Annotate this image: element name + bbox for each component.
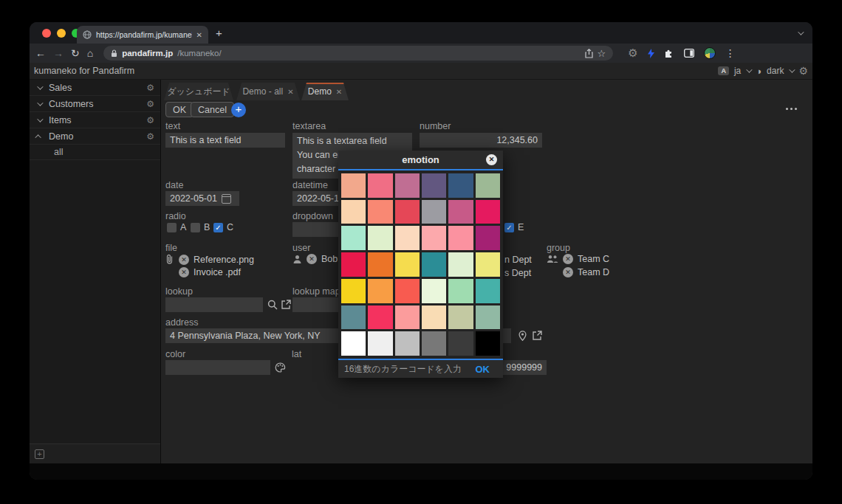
- sidebar-subitem-all[interactable]: all: [30, 145, 160, 160]
- color-swatch[interactable]: [422, 200, 446, 224]
- lightning-bolt-extension-icon[interactable]: [648, 49, 654, 58]
- radio-option-c-checkbox[interactable]: ✓: [213, 223, 223, 232]
- color-swatch[interactable]: [368, 252, 392, 277]
- color-swatch[interactable]: [395, 226, 420, 250]
- close-window-button[interactable]: [42, 29, 51, 38]
- external-link-icon[interactable]: [281, 300, 291, 309]
- calendar-icon[interactable]: [222, 194, 231, 204]
- extensions-puzzle-icon[interactable]: [664, 48, 674, 58]
- color-swatch[interactable]: [476, 279, 500, 303]
- color-swatch[interactable]: [368, 305, 392, 330]
- gear-icon[interactable]: ⚙: [146, 83, 154, 93]
- language-select[interactable]: ja: [734, 66, 741, 76]
- sidebar-item-customers[interactable]: Customers ⚙: [30, 96, 160, 112]
- color-swatch[interactable]: [368, 279, 392, 303]
- add-record-button[interactable]: +: [231, 103, 246, 117]
- theme-select[interactable]: dark: [767, 66, 784, 76]
- radio-option-b-checkbox[interactable]: [191, 223, 200, 232]
- checkbox-option-e-checkbox[interactable]: ✓: [504, 223, 514, 232]
- map-pin-icon[interactable]: [518, 331, 527, 341]
- color-swatch[interactable]: [368, 200, 392, 224]
- color-swatch[interactable]: [448, 173, 473, 198]
- back-icon[interactable]: ←: [35, 48, 46, 58]
- tab-close-icon[interactable]: ✕: [287, 88, 293, 96]
- side-panel-icon[interactable]: [684, 49, 694, 58]
- tab-close-icon[interactable]: ✕: [196, 31, 202, 39]
- color-swatch[interactable]: [422, 252, 446, 277]
- remove-group-icon[interactable]: ✕: [563, 254, 573, 264]
- color-swatch[interactable]: [476, 226, 500, 250]
- theme-chevron-icon[interactable]: [790, 66, 795, 72]
- lookup-field-input[interactable]: [165, 297, 263, 312]
- external-link-icon[interactable]: [533, 331, 542, 340]
- more-menu-icon[interactable]: [786, 108, 797, 110]
- color-swatch[interactable]: [476, 331, 500, 356]
- color-swatch[interactable]: [395, 200, 420, 224]
- dialog-ok-button[interactable]: OK: [476, 364, 490, 375]
- color-swatch[interactable]: [368, 226, 392, 250]
- remove-file-icon[interactable]: ✕: [179, 267, 189, 277]
- color-swatch[interactable]: [395, 252, 420, 277]
- radio-option-a-checkbox[interactable]: [167, 223, 177, 232]
- add-app-icon[interactable]: +: [35, 449, 44, 459]
- reload-icon[interactable]: ↻: [71, 48, 80, 58]
- remove-group-icon[interactable]: ✕: [563, 267, 573, 277]
- color-swatch[interactable]: [476, 252, 500, 277]
- color-field-input[interactable]: [165, 360, 270, 375]
- tab-search-chevron-icon[interactable]: [798, 28, 802, 37]
- extension-gear-icon[interactable]: ⚙: [628, 46, 637, 60]
- remove-file-icon[interactable]: ✕: [179, 255, 189, 265]
- color-swatch[interactable]: [341, 252, 366, 277]
- color-swatch[interactable]: [422, 279, 446, 303]
- color-swatch[interactable]: [341, 305, 366, 330]
- color-swatch[interactable]: [368, 173, 392, 198]
- color-swatch[interactable]: [476, 305, 500, 330]
- color-swatch[interactable]: [448, 305, 473, 330]
- color-swatch[interactable]: [368, 331, 392, 356]
- hex-code-input[interactable]: 16進数のカラーコードを入力: [344, 363, 476, 376]
- profile-extension-icon[interactable]: [704, 47, 716, 59]
- color-swatch[interactable]: [341, 226, 366, 250]
- gear-icon[interactable]: ⚙: [146, 99, 154, 109]
- color-swatch[interactable]: [448, 252, 473, 277]
- color-swatch[interactable]: [341, 279, 366, 303]
- sidebar-item-sales[interactable]: Sales ⚙: [30, 80, 160, 96]
- number-field-input[interactable]: 12,345.60: [420, 133, 542, 148]
- color-swatch[interactable]: [341, 173, 366, 198]
- date-field-input[interactable]: 2022-05-01: [165, 191, 239, 206]
- color-swatch[interactable]: [395, 305, 420, 330]
- color-swatch[interactable]: [422, 226, 446, 250]
- remove-user-icon[interactable]: ✕: [307, 254, 317, 264]
- browser-menu-icon[interactable]: ⋮: [725, 48, 736, 58]
- color-swatch[interactable]: [476, 200, 500, 224]
- dialog-close-icon[interactable]: ✕: [486, 154, 497, 165]
- minimize-window-button[interactable]: [57, 29, 66, 38]
- color-swatch[interactable]: [448, 279, 473, 303]
- color-swatch[interactable]: [448, 331, 473, 356]
- color-swatch[interactable]: [476, 173, 500, 198]
- tab-dashboard[interactable]: ダッシュボード: [164, 83, 233, 100]
- color-swatch[interactable]: [448, 226, 473, 250]
- app-settings-gear-icon[interactable]: ⚙: [798, 65, 808, 77]
- sidebar-item-demo[interactable]: Demo ⚙: [30, 128, 160, 145]
- tab-demo-all[interactable]: Demo - all ✕: [236, 83, 300, 100]
- color-swatch[interactable]: [395, 173, 420, 198]
- gear-icon[interactable]: ⚙: [146, 115, 154, 125]
- bookmark-star-icon[interactable]: ☆: [598, 49, 606, 58]
- ok-button[interactable]: OK: [165, 102, 194, 117]
- text-field-input[interactable]: This is a text field: [165, 133, 285, 148]
- forward-icon[interactable]: →: [53, 48, 64, 58]
- color-swatch[interactable]: [341, 200, 366, 224]
- language-chevron-icon[interactable]: [746, 66, 752, 72]
- tab-demo[interactable]: Demo ✕: [301, 83, 349, 100]
- tab-close-icon[interactable]: ✕: [336, 88, 342, 96]
- color-swatch[interactable]: [448, 200, 473, 224]
- home-icon[interactable]: ⌂: [87, 48, 93, 58]
- cancel-button[interactable]: Cancel: [191, 102, 234, 117]
- browser-tab[interactable]: https://pandafirm.jp/kumaneko ✕: [77, 26, 208, 44]
- color-swatch[interactable]: [341, 331, 366, 356]
- gear-icon[interactable]: ⚙: [146, 131, 154, 142]
- sidebar-item-items[interactable]: Items ⚙: [30, 112, 160, 128]
- color-swatch[interactable]: [422, 331, 446, 356]
- color-swatch[interactable]: [422, 305, 446, 330]
